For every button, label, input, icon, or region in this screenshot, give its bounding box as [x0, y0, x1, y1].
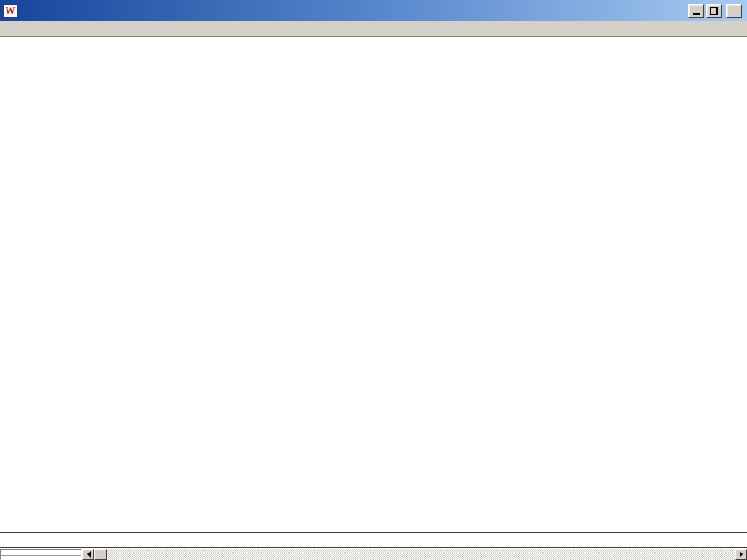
chart-client-area — [0, 37, 747, 532]
window-controls — [688, 4, 742, 18]
horizontal-scrollbar[interactable] — [0, 549, 747, 560]
scroll-thumb[interactable] — [94, 549, 107, 560]
arrow-right-icon — [740, 551, 747, 558]
minimize-icon — [693, 13, 700, 15]
app-icon: W — [3, 4, 18, 18]
restore-button[interactable] — [706, 4, 722, 18]
windaq-window: W — [0, 0, 747, 560]
arrow-left-icon — [83, 551, 91, 558]
restore-icon — [710, 7, 718, 15]
scroll-track[interactable] — [107, 549, 735, 560]
minimize-button[interactable] — [688, 4, 704, 18]
scroll-left-button[interactable] — [82, 549, 94, 560]
title-bar[interactable]: W — [0, 0, 747, 21]
close-button[interactable] — [726, 4, 742, 18]
menu-bar — [0, 21, 747, 37]
status-bar — [0, 532, 747, 548]
waveform-chart — [0, 37, 747, 532]
scroll-preview-box — [0, 549, 82, 560]
scroll-right-button[interactable] — [735, 549, 747, 560]
